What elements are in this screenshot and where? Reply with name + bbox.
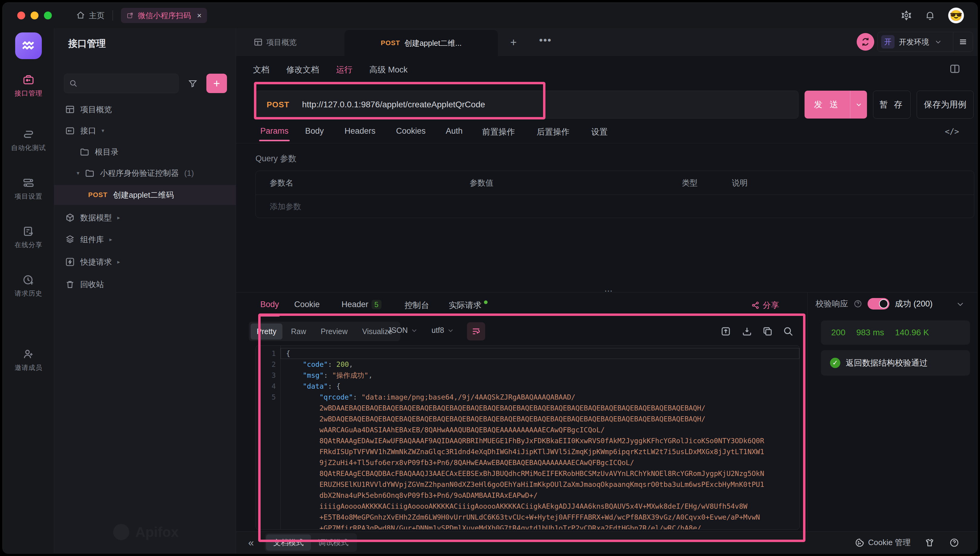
- chevron-right-icon[interactable]: ▸: [117, 214, 120, 221]
- collapse-sidebar-icon[interactable]: «: [248, 537, 254, 548]
- theme-shirt-icon[interactable]: [925, 538, 935, 548]
- search-input[interactable]: [81, 79, 168, 87]
- user-avatar[interactable]: 😎: [948, 8, 964, 23]
- sidebar-item-endpoint-selected[interactable]: POST 创建applet二维码: [54, 185, 236, 205]
- stash-button[interactable]: 暂 存: [873, 91, 911, 118]
- validation-passed-card: ✓ 返回数据结构校验通过: [821, 350, 970, 376]
- add-api-button[interactable]: +: [206, 74, 227, 93]
- share-button[interactable]: 分享: [751, 300, 779, 311]
- chevron-down-icon[interactable]: ▾: [102, 127, 104, 134]
- chevron-expanded-icon[interactable]: ▾: [77, 170, 79, 176]
- env-badge: 开: [881, 35, 895, 48]
- generate-code-icon[interactable]: </>: [945, 127, 959, 136]
- format-dropdown[interactable]: JSON: [388, 326, 417, 335]
- chevron-right-icon[interactable]: ▸: [110, 236, 112, 243]
- reqtab-headers[interactable]: Headers: [345, 126, 376, 136]
- method-post-tag: POST: [88, 191, 108, 199]
- response-stats-card: 200 983 ms 140.96 K: [821, 320, 970, 345]
- method-post-tag: POST: [381, 39, 400, 47]
- response-json-editor[interactable]: 12345 {"code": 200,"msg": "操作成功","data":…: [255, 345, 800, 530]
- send-options-chevron[interactable]: [850, 91, 867, 118]
- resptab-cookie[interactable]: Cookie: [294, 300, 320, 309]
- save-as-case-button[interactable]: 保存为用例: [917, 91, 974, 118]
- rail-item-invite-members[interactable]: 邀请成员: [3, 348, 54, 372]
- subtab-doc[interactable]: 文档: [253, 64, 269, 75]
- request-url-text[interactable]: http://127.0.0.1:9876/applet/createApple…: [302, 100, 485, 110]
- help-icon[interactable]: [949, 538, 959, 548]
- tree-label: 小程序身份验证控制器: [100, 168, 179, 179]
- debug-mode-button[interactable]: 调试模式: [311, 535, 356, 551]
- validate-toggle[interactable]: [867, 298, 890, 310]
- reqtab-auth[interactable]: Auth: [446, 126, 463, 136]
- sidebar-item-project-overview[interactable]: 项目概览: [54, 99, 236, 120]
- sidebar-item-recycle-bin[interactable]: 回收站: [54, 274, 236, 294]
- tab-project-overview[interactable]: 项目概览: [254, 28, 297, 56]
- rail-item-request-history[interactable]: 请求历史: [3, 274, 54, 298]
- search-response-icon[interactable]: [783, 326, 794, 337]
- reqtab-cookies[interactable]: Cookies: [396, 126, 426, 136]
- close-tab-icon[interactable]: ×: [197, 11, 201, 20]
- view-raw[interactable]: Raw: [285, 323, 312, 339]
- environment-select[interactable]: 开 开发环境: [877, 32, 973, 52]
- sidebar-item-root-dir[interactable]: 根目录: [54, 142, 236, 162]
- notifications-bell-icon[interactable]: [925, 10, 935, 21]
- filter-button[interactable]: [183, 74, 203, 93]
- export-response-icon[interactable]: [720, 326, 731, 337]
- reqtab-post-ops[interactable]: 后置操作: [537, 126, 569, 137]
- resptab-body[interactable]: Body: [260, 300, 279, 309]
- word-wrap-icon[interactable]: [467, 322, 485, 341]
- apifox-logo[interactable]: [15, 32, 42, 59]
- zoom-window-button[interactable]: [44, 11, 52, 19]
- sidebar-item-quick-request[interactable]: 快捷请求 ▸: [54, 252, 236, 272]
- bottom-bar: « 文档模式 调试模式 Cookie 管理: [236, 532, 977, 553]
- close-window-button[interactable]: [17, 11, 25, 19]
- reqtab-body[interactable]: Body: [305, 126, 324, 136]
- tab-overflow-button[interactable]: •••: [539, 34, 552, 46]
- cookie-manager-button[interactable]: Cookie 管理: [855, 537, 911, 548]
- help-icon[interactable]: [854, 299, 862, 308]
- resptab-actual-request[interactable]: 实际请求: [449, 300, 488, 311]
- env-sync-button[interactable]: [857, 33, 874, 51]
- resptab-console[interactable]: 控制台: [405, 300, 429, 311]
- copy-response-icon[interactable]: [762, 326, 773, 337]
- add-param-row[interactable]: 添加参数: [270, 195, 301, 218]
- send-button[interactable]: 发 送: [804, 91, 867, 118]
- reqtab-params[interactable]: Params: [260, 126, 289, 136]
- rail-item-online-share[interactable]: 在线分享: [3, 225, 54, 249]
- project-tab[interactable]: 微信小程序扫码 ×: [121, 8, 207, 23]
- subtab-run[interactable]: 运行: [336, 64, 352, 75]
- resptab-header[interactable]: Header5: [342, 300, 382, 309]
- subtab-advanced-mock[interactable]: 高级 Mock: [369, 64, 408, 75]
- validate-result: 成功 (200): [895, 298, 933, 309]
- encoding-dropdown[interactable]: utf8: [432, 326, 454, 335]
- home-nav[interactable]: 主页: [76, 10, 105, 21]
- sidebar-item-component-lib[interactable]: 组件库 ▸: [54, 230, 236, 249]
- request-url-bar[interactable]: POST http://127.0.0.1:9876/applet/create…: [255, 91, 798, 118]
- new-tab-button[interactable]: +: [510, 36, 517, 49]
- rail-item-automation[interactable]: 自动化测试: [3, 128, 54, 152]
- sidebar-item-api-root[interactable]: 接口 ▾: [54, 121, 236, 141]
- chevron-right-icon[interactable]: ▸: [117, 259, 120, 265]
- view-preview[interactable]: Preview: [314, 323, 354, 339]
- settings-gear-icon[interactable]: [901, 10, 912, 21]
- tab-endpoint-active[interactable]: POST 创建applet二维...: [345, 30, 498, 56]
- method-post-tag[interactable]: POST: [267, 100, 289, 110]
- env-menu-icon[interactable]: [953, 37, 973, 46]
- reqtab-pre-ops[interactable]: 前置操作: [482, 126, 515, 137]
- subtab-edit-doc[interactable]: 修改文档: [286, 64, 319, 75]
- sidebar-item-controller-folder[interactable]: ▾ 小程序身份验证控制器 (1): [54, 163, 236, 183]
- code-line: FRkdISUpTVFVWV1hZWmNkZWZnaGlqc3R1dnd4eXq…: [280, 446, 799, 457]
- sidebar-item-data-model[interactable]: 数据模型 ▸: [54, 208, 236, 228]
- view-pretty[interactable]: Pretty: [251, 323, 282, 339]
- external-link-icon: [126, 12, 134, 19]
- chevron-down-icon[interactable]: [956, 300, 965, 308]
- rail-item-project-settings[interactable]: 项目设置: [3, 177, 54, 201]
- rail-item-api-manage[interactable]: 接口管理: [3, 74, 54, 98]
- sidebar: 接口管理 + 项目概览 接口 ▾ 根目录: [54, 28, 236, 553]
- search-box[interactable]: [64, 74, 179, 93]
- doc-mode-button[interactable]: 文档模式: [266, 535, 311, 551]
- reqtab-settings[interactable]: 设置: [591, 126, 608, 137]
- download-response-icon[interactable]: [741, 326, 753, 337]
- split-panel-icon[interactable]: [949, 63, 960, 74]
- minimize-window-button[interactable]: [31, 11, 39, 19]
